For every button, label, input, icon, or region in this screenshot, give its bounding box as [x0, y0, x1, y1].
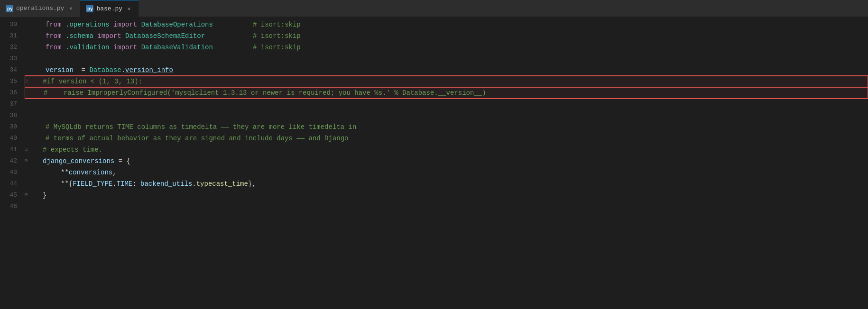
- dot-34: .: [121, 66, 125, 74]
- line-num-40: 40: [6, 133, 17, 144]
- class-32: DatabaseValidation: [141, 44, 213, 51]
- line-num-37: 37: [6, 99, 17, 110]
- double-star-44: **: [61, 180, 69, 188]
- code-line-38: [25, 110, 868, 121]
- code-lines: from .operations import DatabaseOperatio…: [25, 19, 868, 309]
- code-area: 30 31 32 33 34 35 36 37 38 39 40 41 42 4…: [0, 17, 868, 309]
- typecast-time-44: typecast_time: [196, 180, 248, 188]
- version-attr-34: version_info: [125, 66, 173, 74]
- code-line-46: [25, 201, 868, 212]
- code-line-40: # terms of actual behavior as they are s…: [25, 133, 868, 144]
- backend-utils-44: backend_utils: [140, 180, 192, 188]
- line-num-33: 33: [6, 53, 17, 64]
- db-class-34: Database: [89, 66, 121, 74]
- line-num-44: 44: [6, 178, 17, 190]
- close-brace-45: }: [43, 191, 46, 199]
- line-numbers: 30 31 32 33 34 35 36 37 38 39 40 41 42 4…: [0, 19, 25, 309]
- comment-32: # isort:skip: [253, 44, 301, 51]
- fold-arrow-42[interactable]: ⊟: [25, 155, 28, 167]
- comma-43: ,: [112, 169, 116, 176]
- keyword-import-32: import: [113, 44, 137, 51]
- tab-label-base: base.py: [96, 5, 122, 12]
- dot2-44: .: [192, 180, 196, 188]
- tab-operations[interactable]: py operations.py ✕: [0, 0, 80, 17]
- line-num-41: 41: [6, 144, 17, 155]
- class-30: DatabaseOperations: [141, 21, 213, 28]
- code-line-39: # MySQLdb returns TIME columns as timede…: [25, 121, 868, 133]
- comment-36: # raise ImproperlyConfigured('mysqlclien…: [44, 89, 486, 97]
- comment-41: # expects time.: [43, 146, 102, 154]
- module-31: .schema: [65, 32, 93, 40]
- svg-text:py: py: [7, 7, 13, 12]
- eq-34: =: [77, 66, 89, 74]
- code-line-44: **{FIELD_TYPE.TIME: backend_utils.typeca…: [25, 178, 868, 190]
- line-num-38: 38: [6, 110, 17, 121]
- keyword-import-31: import: [97, 32, 121, 40]
- fold-arrow-41[interactable]: ⊟: [25, 144, 28, 155]
- line-num-46: 46: [6, 201, 17, 212]
- editor-container: py operations.py ✕ py base.py ✕ 30 31 32…: [0, 0, 868, 309]
- code-line-36: # raise ImproperlyConfigured('mysqlclien…: [25, 87, 868, 99]
- time-44: TIME: [117, 180, 133, 188]
- tab-bar: py operations.py ✕ py base.py ✕: [0, 0, 868, 17]
- code-line-32: from .validation import DatabaseValidati…: [25, 42, 868, 53]
- line-num-42: 42: [6, 155, 17, 167]
- var-conversions-43: conversions: [69, 169, 112, 176]
- python-icon-base: py: [86, 5, 93, 12]
- code-line-41: ⊟ # expects time.: [25, 144, 868, 155]
- line-num-43: 43: [6, 167, 17, 178]
- code-line-31: from .schema import DatabaseSchemaEditor…: [25, 30, 868, 42]
- double-star-43: **: [61, 169, 69, 176]
- eq-42: = {: [119, 157, 130, 165]
- brace-open-44: {: [69, 180, 73, 188]
- line-num-39: 39: [6, 121, 17, 133]
- fold-arrow-35[interactable]: ⊟: [25, 76, 28, 87]
- line-num-31: 31: [6, 30, 17, 42]
- line-num-45: 45: [6, 190, 17, 201]
- python-icon-operations: py: [6, 5, 13, 12]
- class-31: DatabaseSchemaEditor: [125, 32, 205, 40]
- line-num-35: 35: [6, 76, 17, 87]
- module-30: .operations: [65, 21, 109, 28]
- code-line-43: **conversions,: [25, 167, 868, 178]
- code-line-37: [25, 99, 868, 110]
- brace-close-44: },: [248, 180, 256, 188]
- code-line-42: ⊟ django_conversions = {: [25, 155, 868, 167]
- line-num-36: 36: [6, 87, 17, 99]
- var-django-conv: django_conversions: [43, 157, 114, 165]
- keyword-from-30: from: [46, 21, 62, 28]
- line-num-30: 30: [6, 19, 17, 30]
- fold-arrow-45[interactable]: ⊞: [25, 190, 28, 201]
- keyword-from-32: from: [46, 44, 62, 51]
- code-line-30: from .operations import DatabaseOperatio…: [25, 19, 868, 30]
- tab-close-operations[interactable]: ✕: [67, 5, 74, 12]
- comment-39: # MySQLdb returns TIME columns as timede…: [46, 123, 356, 131]
- tab-base[interactable]: py base.py ✕: [80, 0, 139, 17]
- keyword-import-30: import: [113, 21, 137, 28]
- module-32: .validation: [65, 44, 109, 51]
- code-line-45: ⊞ }: [25, 190, 868, 201]
- colon-44: :: [132, 180, 140, 188]
- dot-44: .: [112, 180, 116, 188]
- var-version: version: [46, 66, 74, 74]
- field-type-44: FIELD_TYPE: [73, 180, 112, 188]
- comment-35: #if version < (1, 3, 13):: [43, 78, 142, 85]
- code-line-34: version = Database.version_info: [25, 64, 868, 76]
- line-num-34: 34: [6, 64, 17, 76]
- comment-31: # isort:skip: [253, 32, 301, 40]
- comment-30: # isort:skip: [253, 21, 301, 28]
- code-line-35: ⊟ #if version < (1, 3, 13):: [25, 76, 868, 87]
- tab-label-operations: operations.py: [16, 5, 64, 12]
- comment-40: # terms of actual behavior as they are s…: [46, 135, 349, 142]
- tab-close-base[interactable]: ✕: [125, 5, 133, 12]
- code-line-33: [25, 53, 868, 64]
- line-num-32: 32: [6, 42, 17, 53]
- svg-text:py: py: [87, 7, 93, 12]
- keyword-from-31: from: [46, 32, 62, 40]
